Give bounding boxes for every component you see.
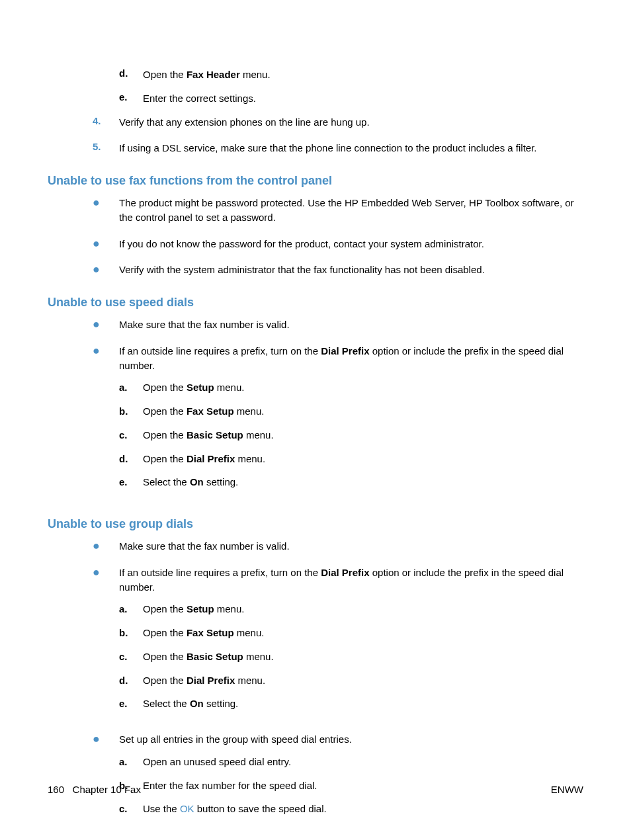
document-page: d.Open the Fax Header menu.e.Enter the c… [0,0,631,840]
footer-right: ENWW [551,784,583,795]
list-item: c.Use the OK button to save the speed di… [119,802,583,816]
list-text: The product might be password protected.… [119,196,583,225]
list-text: Open the Dial Prefix menu. [143,673,583,688]
section-heading-speed-dials: Unable to use speed dials [48,296,583,310]
list-item: ● If an outside line requires a prefix, … [93,344,583,499]
alpha-marker: d. [119,67,143,82]
list-item: c.Open the Basic Setup menu. [119,428,583,442]
list-item: a.Open an unused speed dial entry. [119,755,583,769]
bullet-icon: ● [93,539,119,554]
page-number: 160 [48,784,64,795]
bullet-icon: ● [93,263,119,277]
list-text: Select the On setting. [143,475,583,489]
list-text: Verify with the system administrator tha… [119,263,583,277]
list-item: ●If you do not know the password for the… [93,237,583,251]
list-item: a.Open the Setup menu. [119,602,583,616]
list-item: 4.Verify that any extension phones on th… [93,115,583,130]
list-item: e.Select the On setting. [119,475,583,489]
alpha-marker: b. [119,626,143,640]
alpha-list-sec2: a.Open the Setup menu.b.Open the Fax Set… [119,380,583,489]
page-footer: 160 Chapter 10 Fax ENWW [48,784,583,795]
list-text: Verify that any extension phones on the … [119,115,583,130]
text-fragment: If an outside line requires a prefix, tu… [119,567,321,578]
number-marker: 5. [93,141,119,155]
list-text: Make sure that the fax number is valid. [119,317,583,332]
chapter-label: Chapter 10 Fax [73,784,141,795]
bullet-icon: ● [93,566,119,720]
list-item: ● Make sure that the fax number is valid… [93,317,583,332]
bullet-icon: ● [93,237,119,251]
bullet-icon: ● [93,317,119,332]
bullet-list-sec1: ●The product might be password protected… [93,196,583,277]
alpha-list-initial: d.Open the Fax Header menu.e.Enter the c… [119,67,583,106]
list-item: d.Open the Dial Prefix menu. [119,673,583,688]
list-item: e.Select the On setting. [119,696,583,711]
alpha-marker: a. [119,755,143,769]
list-text: Use the OK button to save the speed dial… [143,802,583,816]
list-item: d.Open the Fax Header menu. [119,67,583,82]
list-text: If an outside line requires a prefix, tu… [119,566,583,720]
list-text: Open the Fax Setup menu. [143,626,583,640]
section-heading-group-dials: Unable to use group dials [48,517,583,531]
list-text: Open the Basic Setup menu. [143,650,583,664]
list-text: Open an unused speed dial entry. [143,755,583,769]
page-content: d.Open the Fax Header menu.e.Enter the c… [48,67,583,825]
text-bold: Dial Prefix [321,345,369,357]
list-text: Open the Setup menu. [143,602,583,616]
text-fragment: Set up all entries in the group with spe… [119,734,352,745]
list-text: If you do not know the password for the … [119,237,583,251]
bullet-icon: ● [93,732,119,825]
list-item: c.Open the Basic Setup menu. [119,650,583,664]
list-text: If an outside line requires a prefix, tu… [119,344,583,499]
list-text: Open the Dial Prefix menu. [143,452,583,466]
list-text: Select the On setting. [143,696,583,711]
list-text: Open the Setup menu. [143,380,583,395]
list-item: ● Set up all entries in the group with s… [93,732,583,825]
alpha-marker: e. [119,475,143,489]
alpha-marker: d. [119,452,143,466]
alpha-marker: d. [119,673,143,688]
alpha-marker: c. [119,650,143,664]
text-fragment: If an outside line requires a prefix, tu… [119,345,321,357]
list-item: b.Open the Fax Setup menu. [119,404,583,419]
number-marker: 4. [93,115,119,130]
list-item: a.Open the Setup menu. [119,380,583,395]
bullet-list-sec3: ● Make sure that the fax number is valid… [93,539,583,825]
list-item: ● Make sure that the fax number is valid… [93,539,583,554]
alpha-marker: e. [119,696,143,711]
list-item: ● If an outside line requires a prefix, … [93,566,583,720]
bullet-icon: ● [93,344,119,499]
list-item: b.Open the Fax Setup menu. [119,626,583,640]
text-bold: Dial Prefix [321,567,369,578]
numbered-list-initial: 4.Verify that any extension phones on th… [93,115,583,156]
bullet-icon: ● [93,196,119,225]
alpha-marker: c. [119,428,143,442]
list-text: Enter the correct settings. [143,91,583,106]
list-text: Open the Basic Setup menu. [143,428,583,442]
list-text: If using a DSL service, make sure that t… [119,141,583,155]
footer-left: 160 Chapter 10 Fax [48,784,141,795]
alpha-marker: e. [119,91,143,106]
alpha-marker: a. [119,602,143,616]
bullet-list-sec2: ● Make sure that the fax number is valid… [93,317,583,499]
list-item: d.Open the Dial Prefix menu. [119,452,583,466]
list-item: ●Verify with the system administrator th… [93,263,583,277]
list-text: Make sure that the fax number is valid. [119,539,583,554]
list-item: ●The product might be password protected… [93,196,583,225]
list-text: Open the Fax Header menu. [143,67,583,82]
list-text: Open the Fax Setup menu. [143,404,583,419]
alpha-marker: c. [119,802,143,816]
ok-button-reference: OK [180,803,194,814]
list-text: Set up all entries in the group with spe… [119,732,583,825]
alpha-marker: b. [119,404,143,419]
list-item: 5.If using a DSL service, make sure that… [93,141,583,155]
list-item: e.Enter the correct settings. [119,91,583,106]
alpha-list-sec3a: a.Open the Setup menu.b.Open the Fax Set… [119,602,583,711]
section-heading-control-panel: Unable to use fax functions from the con… [48,174,583,188]
alpha-marker: a. [119,380,143,395]
